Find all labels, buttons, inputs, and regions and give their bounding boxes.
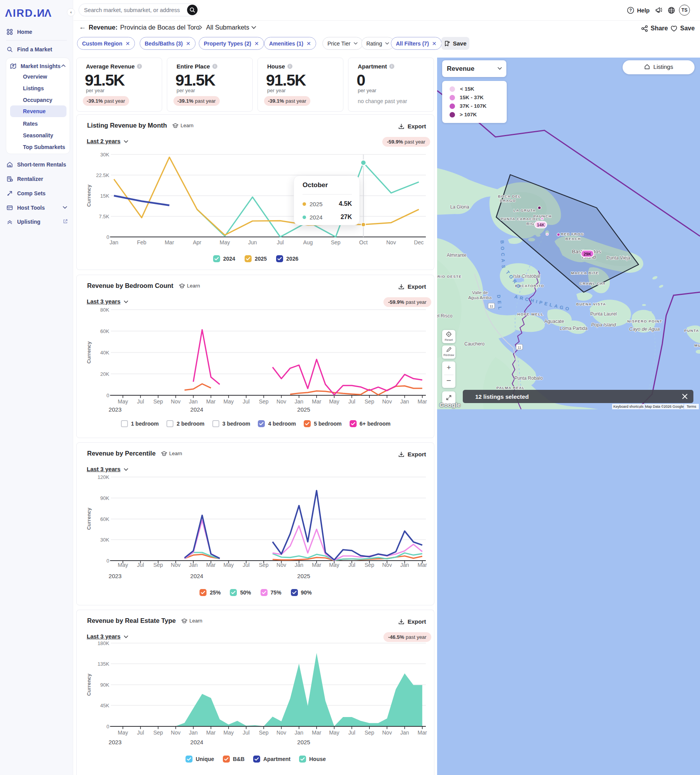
svg-text:0: 0: [107, 558, 109, 564]
svg-text:90K: 90K: [100, 682, 109, 688]
svg-text:Jul: Jul: [137, 398, 144, 405]
svg-text:0: 0: [107, 724, 109, 729]
svg-text:Sep: Sep: [331, 239, 341, 245]
svg-text:May: May: [223, 562, 233, 568]
svg-text:May: May: [223, 398, 233, 405]
svg-text:May: May: [118, 562, 128, 568]
svg-text:2024: 2024: [190, 573, 203, 579]
svg-text:Jan: Jan: [189, 562, 198, 568]
svg-text:2024: 2024: [190, 739, 203, 745]
svg-text:Jan: Jan: [295, 729, 304, 736]
svg-text:180K: 180K: [98, 640, 110, 646]
svg-text:Sep: Sep: [259, 562, 269, 568]
svg-text:135K: 135K: [98, 661, 110, 667]
svg-text:PALMA REAL: PALMA REAL: [496, 386, 525, 390]
svg-text:Mar: Mar: [206, 398, 215, 405]
svg-text:Almirante: Almirante: [447, 252, 467, 258]
svg-text:Sep: Sep: [364, 562, 374, 568]
svg-text:Jul: Jul: [348, 562, 355, 568]
svg-text:HOPE WELL: HOPE WELL: [517, 312, 543, 316]
svg-text:RED FROG: RED FROG: [561, 232, 584, 236]
svg-text:Nov: Nov: [171, 729, 180, 736]
svg-text:60K: 60K: [100, 328, 109, 334]
svg-text:Mar: Mar: [418, 398, 427, 405]
svg-text:2023: 2023: [108, 573, 121, 579]
svg-text:Currency: Currency: [86, 341, 92, 364]
svg-text:PUNTA CARACOL: PUNTA CARACOL: [500, 217, 538, 221]
svg-text:2025: 2025: [297, 573, 310, 579]
svg-text:May: May: [118, 729, 128, 736]
svg-text:BUENA VISTA: BUENA VISTA: [576, 302, 606, 306]
svg-text:Cayo de Agua: Cayo de Agua: [629, 326, 660, 332]
svg-text:Jan: Jan: [295, 562, 304, 568]
svg-text:Nov: Nov: [382, 562, 392, 568]
svg-text:May: May: [223, 729, 233, 736]
svg-text:Sep: Sep: [153, 729, 163, 736]
svg-text:30K: 30K: [100, 152, 109, 158]
svg-text:2023: 2023: [108, 739, 121, 745]
svg-text:Jun: Jun: [248, 239, 257, 245]
svg-text:Sep: Sep: [153, 562, 163, 568]
svg-text:Jan: Jan: [400, 398, 409, 405]
svg-text:2024: 2024: [190, 406, 203, 413]
svg-text:Agua Arriba: Agua Arriba: [468, 295, 492, 300]
svg-text:Currency: Currency: [86, 184, 92, 207]
svg-text:Punta Robalo: Punta Robalo: [514, 375, 543, 381]
svg-text:May: May: [329, 729, 339, 736]
svg-text:Mar: Mar: [312, 562, 321, 568]
svg-text:22.5K: 22.5K: [96, 172, 109, 178]
svg-text:Aug: Aug: [303, 239, 313, 245]
svg-text:Sep: Sep: [259, 398, 269, 405]
svg-text:Cauchero: Cauchero: [464, 341, 485, 347]
svg-text:0: 0: [107, 234, 109, 240]
svg-text:80K: 80K: [100, 307, 109, 313]
svg-text:La Gloria: La Gloria: [450, 204, 469, 210]
svg-text:0: 0: [107, 393, 109, 398]
svg-text:11: 11: [518, 345, 521, 349]
svg-text:Mar: Mar: [206, 729, 215, 736]
svg-text:Aguacate: Aguacate: [544, 319, 564, 324]
svg-text:Nov: Nov: [171, 562, 180, 568]
svg-text:MU: MU: [694, 343, 700, 347]
svg-text:May: May: [329, 398, 339, 405]
svg-text:Jan: Jan: [400, 562, 409, 568]
svg-text:Nov: Nov: [276, 398, 286, 405]
svg-text:Jan: Jan: [400, 729, 409, 736]
svg-text:Jul: Jul: [348, 729, 355, 736]
svg-text:Nov: Nov: [171, 398, 180, 405]
svg-text:15K: 15K: [100, 193, 109, 199]
svg-text:Sep: Sep: [259, 729, 269, 736]
svg-text:Mar: Mar: [418, 729, 427, 736]
svg-text:Mar: Mar: [418, 562, 427, 568]
svg-text:Mar: Mar: [312, 398, 321, 405]
svg-text:NISPERO POINT: NISPERO POINT: [627, 319, 662, 323]
svg-text:Sep: Sep: [364, 398, 374, 405]
svg-text:LA GRUTA: LA GRUTA: [513, 208, 536, 212]
svg-text:60K: 60K: [100, 516, 109, 522]
svg-text:Jan: Jan: [295, 398, 304, 405]
svg-text:7.5K: 7.5K: [99, 214, 109, 219]
svg-text:Feb: Feb: [137, 239, 146, 245]
svg-text:PUNTA S: PUNTA S: [684, 328, 700, 333]
svg-text:2025: 2025: [297, 739, 310, 745]
svg-text:Jan: Jan: [110, 239, 119, 245]
svg-text:BIG: BIG: [527, 221, 535, 226]
svg-text:90K: 90K: [100, 495, 109, 501]
svg-text:11: 11: [490, 304, 493, 308]
svg-text:May: May: [220, 239, 230, 245]
svg-text:Nov: Nov: [382, 729, 392, 736]
svg-text:2025: 2025: [297, 406, 310, 413]
svg-text:Jan: Jan: [189, 729, 198, 736]
svg-text:29K: 29K: [583, 252, 591, 256]
svg-text:Nov: Nov: [386, 239, 396, 245]
svg-text:Isla Cristóbal: Isla Cristóbal: [513, 274, 540, 279]
svg-text:Punta Laurel: Punta Laurel: [590, 311, 617, 317]
svg-text:30K: 30K: [100, 537, 109, 543]
svg-text:BEACH: BEACH: [565, 237, 581, 241]
svg-text:Nov: Nov: [276, 729, 286, 736]
svg-text:Mar: Mar: [206, 562, 215, 568]
svg-text:Punta Vieja: Punta Vieja: [606, 255, 630, 261]
svg-text:Nov: Nov: [382, 398, 392, 405]
svg-text:Jan: Jan: [189, 398, 198, 405]
svg-text:el Risco: el Risco: [437, 313, 453, 319]
